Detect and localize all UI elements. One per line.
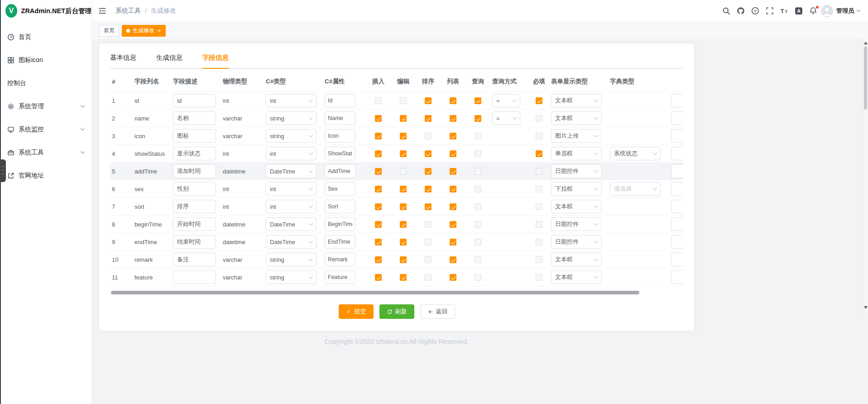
dict-type-select[interactable]: 请选择 xyxy=(610,182,661,196)
query-checkbox[interactable] xyxy=(475,256,481,263)
dict-type-select[interactable]: 系统状态 xyxy=(610,147,661,160)
query-checkbox[interactable] xyxy=(475,239,481,245)
back-button[interactable]: 返回 xyxy=(420,304,455,319)
insert-checkbox[interactable] xyxy=(375,274,382,281)
query-checkbox[interactable] xyxy=(475,115,481,122)
cs-type-select[interactable]: int xyxy=(266,182,317,196)
required-checkbox[interactable] xyxy=(536,150,542,157)
sidebar-item-系统监控[interactable]: 系统监控 xyxy=(0,118,91,141)
required-checkbox[interactable] xyxy=(536,97,542,104)
cs-prop-input[interactable] xyxy=(325,182,355,196)
sort-checkbox[interactable] xyxy=(425,168,432,175)
sidebar-item-图标icon[interactable]: 图标icon xyxy=(0,48,91,72)
list-checkbox[interactable] xyxy=(450,115,456,122)
clipped-input[interactable] xyxy=(671,129,683,143)
insert-checkbox[interactable] xyxy=(375,133,382,139)
edit-checkbox[interactable] xyxy=(400,221,407,228)
query-checkbox[interactable] xyxy=(475,221,481,228)
list-checkbox[interactable] xyxy=(450,97,456,104)
edit-checkbox[interactable] xyxy=(400,274,407,281)
bell-icon[interactable] xyxy=(809,7,817,15)
list-checkbox[interactable] xyxy=(450,203,456,210)
field-desc-input[interactable] xyxy=(173,200,216,213)
cs-prop-input[interactable] xyxy=(325,94,355,107)
cs-type-select[interactable]: DateTime xyxy=(266,217,317,231)
cs-prop-input[interactable] xyxy=(325,111,355,125)
cs-type-select[interactable]: string xyxy=(266,270,317,284)
display-type-select[interactable]: 文本框 xyxy=(551,94,602,107)
query-checkbox[interactable] xyxy=(475,274,481,281)
query-checkbox[interactable] xyxy=(475,97,481,104)
tab-字段信息[interactable]: 字段信息 xyxy=(202,52,229,68)
cs-type-select[interactable]: int xyxy=(266,200,317,213)
insert-checkbox[interactable] xyxy=(375,186,382,192)
cs-prop-input[interactable] xyxy=(325,200,355,213)
edit-checkbox[interactable] xyxy=(400,133,407,139)
edit-checkbox[interactable] xyxy=(400,186,407,192)
display-type-select[interactable]: 文本框 xyxy=(551,253,602,266)
clipped-input[interactable] xyxy=(671,111,683,125)
required-checkbox[interactable] xyxy=(536,186,542,192)
required-checkbox[interactable] xyxy=(536,239,542,245)
display-type-select[interactable]: 图片上传 xyxy=(551,129,602,143)
refresh-button[interactable]: 刷新 xyxy=(379,304,414,319)
cs-prop-input[interactable] xyxy=(325,129,355,143)
cs-type-select[interactable]: DateTime xyxy=(266,164,317,178)
clipped-input[interactable] xyxy=(671,235,683,249)
clipped-input[interactable] xyxy=(671,164,683,178)
edit-checkbox[interactable] xyxy=(400,256,407,263)
tag-生成修改[interactable]: 生成修改× xyxy=(122,25,166,37)
sidebar-item-官网地址[interactable]: 官网地址 xyxy=(0,164,91,187)
horizontal-scrollbar-thumb[interactable] xyxy=(111,291,639,294)
cs-prop-input[interactable] xyxy=(325,217,355,231)
display-type-select[interactable]: 文本框 xyxy=(551,270,602,284)
cs-prop-input[interactable] xyxy=(325,270,355,284)
list-checkbox[interactable] xyxy=(450,150,456,157)
sidebar-item-系统管理[interactable]: 系统管理 xyxy=(0,95,91,118)
edit-checkbox[interactable] xyxy=(400,115,407,122)
field-desc-input[interactable] xyxy=(173,217,216,231)
close-icon[interactable]: × xyxy=(158,28,161,34)
search-icon[interactable] xyxy=(722,7,730,15)
insert-checkbox[interactable] xyxy=(375,256,382,263)
display-type-select[interactable]: 日期控件 xyxy=(551,217,602,231)
font-size-icon[interactable]: TT xyxy=(780,7,788,15)
cs-type-select[interactable]: DateTime xyxy=(266,235,317,249)
sidebar-item-控制台[interactable]: 控制台 xyxy=(0,72,91,95)
sidebar-item-首页[interactable]: 首页 xyxy=(0,25,91,48)
cs-type-select[interactable]: string xyxy=(266,253,317,266)
scroll-down-arrow-icon[interactable] xyxy=(864,306,868,311)
sort-checkbox[interactable] xyxy=(425,97,432,104)
list-checkbox[interactable] xyxy=(450,221,456,228)
insert-checkbox[interactable] xyxy=(375,115,382,122)
clipped-input[interactable] xyxy=(671,147,683,160)
sort-checkbox[interactable] xyxy=(425,274,432,281)
required-checkbox[interactable] xyxy=(536,133,542,139)
clipped-input[interactable] xyxy=(671,200,683,213)
insert-checkbox[interactable] xyxy=(375,168,382,175)
breadcrumb-item[interactable]: 生成修改 xyxy=(151,7,176,15)
field-desc-input[interactable] xyxy=(173,94,216,107)
display-type-select[interactable]: 日期控件 xyxy=(551,164,602,178)
display-type-select[interactable]: 下拉框 xyxy=(551,182,602,196)
field-desc-input[interactable] xyxy=(173,270,216,284)
submit-button[interactable]: ✓提交 xyxy=(339,304,374,319)
clipped-input[interactable] xyxy=(671,270,683,284)
list-checkbox[interactable] xyxy=(450,168,456,175)
edit-checkbox[interactable] xyxy=(400,168,407,175)
github-icon[interactable] xyxy=(737,7,745,15)
settings-drawer-handle[interactable] xyxy=(0,159,6,182)
sort-checkbox[interactable] xyxy=(425,221,432,228)
display-type-select[interactable]: 文本框 xyxy=(551,111,602,125)
vertical-scrollbar-thumb[interactable] xyxy=(864,46,867,110)
insert-checkbox[interactable] xyxy=(375,221,382,228)
cs-prop-input[interactable] xyxy=(325,147,355,160)
tab-生成信息[interactable]: 生成信息 xyxy=(156,52,182,68)
required-checkbox[interactable] xyxy=(536,274,542,281)
query-checkbox[interactable] xyxy=(475,203,481,210)
sort-checkbox[interactable] xyxy=(425,115,432,122)
fullscreen-icon[interactable] xyxy=(766,7,774,15)
vertical-scrollbar[interactable] xyxy=(863,38,868,313)
clipped-input[interactable] xyxy=(671,182,683,196)
insert-checkbox[interactable] xyxy=(375,203,382,210)
